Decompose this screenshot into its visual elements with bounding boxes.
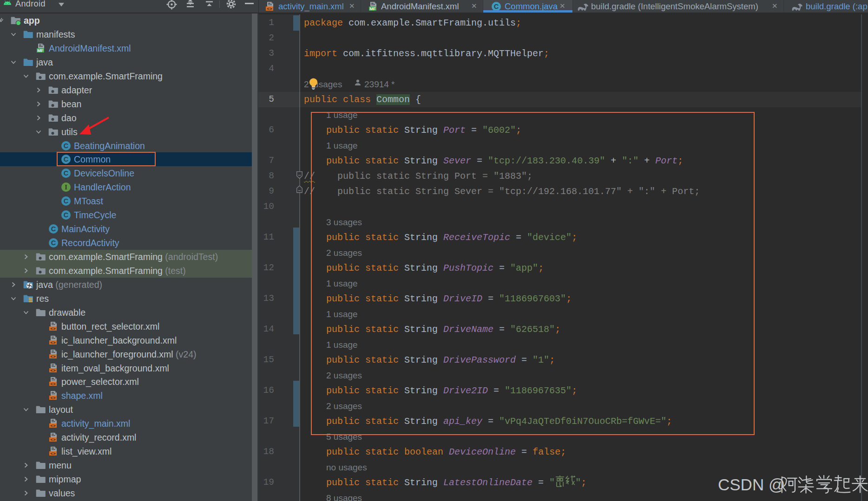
svg-text:C: C [51,239,56,247]
svg-text:C: C [64,142,69,150]
svg-text:C: C [494,3,499,10]
svg-text:C: C [64,212,69,219]
svg-text:<>: <> [50,451,56,456]
svg-text:<>: <> [267,7,272,12]
svg-text:MF: MF [37,48,44,53]
svg-text:<>: <> [50,354,56,359]
svg-text:<>: <> [50,396,56,401]
svg-text:MF: MF [369,6,376,11]
svg-text:<>: <> [50,326,56,331]
svg-text:<>: <> [50,368,56,373]
svg-text:<>: <> [50,382,56,387]
svg-text:I: I [65,184,67,191]
svg-text:C: C [51,225,56,233]
svg-text:C: C [64,198,69,205]
svg-text:<>: <> [50,437,56,442]
svg-text:C: C [64,170,69,177]
svg-text:<>: <> [50,340,56,345]
svg-text:<>: <> [50,423,56,429]
